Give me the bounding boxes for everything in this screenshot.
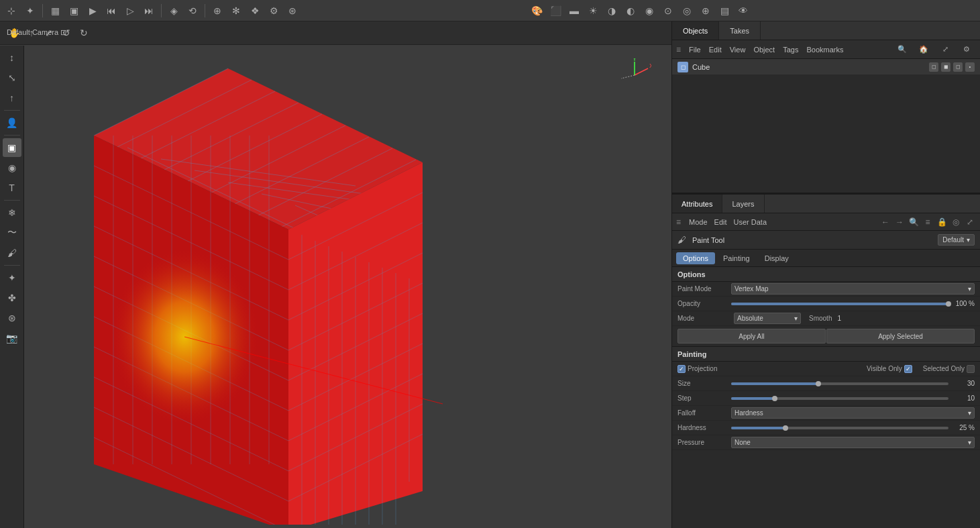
- projection-checkbox[interactable]: ✓: [677, 365, 686, 373]
- tool-sculpt-icon[interactable]: ✦: [3, 268, 21, 287]
- step-slider[interactable]: [731, 394, 948, 403]
- right-panel: Objects Takes ≡ File Edit View Object Ta…: [671, 21, 980, 528]
- apply-all-button[interactable]: Apply All: [677, 329, 826, 344]
- toolbar-record-icon[interactable]: ◈: [165, 2, 182, 19]
- opacity-thumb: [946, 301, 951, 307]
- selectedonly-checkbox[interactable]: [967, 365, 975, 373]
- subtab-display[interactable]: Display: [758, 252, 796, 264]
- menu-bookmarks[interactable]: Bookmarks: [806, 46, 843, 54]
- expand-icon[interactable]: ⤢: [936, 40, 955, 59]
- toolbar-settings-icon[interactable]: ⚙: [265, 2, 282, 19]
- hamburger-icon[interactable]: ≡: [676, 45, 681, 54]
- attr-link-icon[interactable]: ◎: [950, 216, 962, 228]
- attr-back-icon[interactable]: ←: [879, 216, 891, 228]
- attr-search-icon[interactable]: 🔍: [908, 216, 920, 228]
- hardness-thumb: [783, 425, 788, 431]
- tool-snowflake-icon[interactable]: ❄: [3, 203, 21, 222]
- toolbar-extra-icon[interactable]: ⊛: [284, 2, 301, 19]
- tool-scale-icon[interactable]: ⤡: [3, 68, 21, 87]
- toolbar-play-icon[interactable]: ▶: [84, 2, 101, 19]
- tool-text-icon[interactable]: T: [3, 178, 21, 197]
- toolbar-open-icon[interactable]: ▣: [65, 2, 83, 19]
- toolbar-star-icon[interactable]: ✦: [21, 2, 39, 19]
- opacity-slider[interactable]: [731, 299, 948, 309]
- toolbar-next-icon[interactable]: ▷: [121, 2, 139, 19]
- tab-objects[interactable]: Objects: [672, 21, 719, 40]
- tool-camera-icon[interactable]: 📷: [3, 329, 21, 348]
- cube-dot3[interactable]: ◻: [953, 62, 963, 72]
- falloff-dropdown[interactable]: Hardness ▾: [731, 407, 975, 419]
- search-icon[interactable]: 🔍: [893, 40, 912, 59]
- tool-paint-icon[interactable]: 🖌: [3, 244, 21, 262]
- toolbar-bg-icon[interactable]: ⬛: [547, 2, 564, 19]
- toolbar-add-icon[interactable]: ⊕: [697, 2, 714, 19]
- paint-mode-dropdown[interactable]: Vertex Map ▾: [731, 283, 975, 295]
- attr-hamburger-icon[interactable]: ≡: [676, 217, 681, 227]
- tool-stamp-icon[interactable]: ⊛: [3, 309, 21, 327]
- attr-menu-mode[interactable]: Mode: [689, 218, 708, 226]
- tab-attributes[interactable]: Attributes: [672, 195, 722, 213]
- tool-box-icon[interactable]: ▣: [3, 138, 21, 157]
- tab-layers[interactable]: Layers: [722, 195, 764, 213]
- toolbar-half1-icon[interactable]: ◑: [603, 2, 620, 19]
- tool-person-icon[interactable]: 👤: [3, 113, 21, 132]
- settings-icon[interactable]: ⚙: [957, 40, 976, 59]
- toolbar-grid-icon[interactable]: ▤: [716, 2, 733, 19]
- tool-sphere-icon[interactable]: ◉: [3, 158, 21, 177]
- toolbar-color-icon[interactable]: 🎨: [528, 2, 545, 19]
- toolbar-bar-icon[interactable]: ▬: [565, 2, 583, 19]
- toolbar-circle3-icon[interactable]: ◎: [678, 2, 696, 19]
- hardness-slider[interactable]: [731, 423, 948, 433]
- menu-file[interactable]: File: [689, 46, 701, 54]
- tool-move-icon[interactable]: ↕: [3, 48, 21, 67]
- attr-expand-icon[interactable]: ⤢: [964, 216, 976, 228]
- toolbar-half2-icon[interactable]: ◐: [622, 2, 639, 19]
- attr-lock-icon[interactable]: 🔒: [936, 216, 948, 228]
- paint-preset-label: Default: [942, 236, 964, 244]
- step-fill: [731, 397, 775, 400]
- cube-dot1[interactable]: ◻: [929, 62, 938, 72]
- subtab-options[interactable]: Options: [676, 252, 715, 264]
- attr-filter-icon[interactable]: ≡: [922, 216, 934, 228]
- apply-selected-button[interactable]: Apply Selected: [826, 329, 975, 344]
- toolbar-select-icon[interactable]: ⊹: [3, 2, 20, 19]
- cube-dot2[interactable]: ◼: [941, 62, 950, 72]
- viewport[interactable]: ✋ ↑ ⤢ ↺ ↻ Default Camera ⊡ X Y: [0, 21, 671, 528]
- toolbar-anim-icon[interactable]: ✻: [227, 2, 245, 19]
- menu-view[interactable]: View: [730, 46, 746, 54]
- mode-dropdown[interactable]: Absolute ▾: [734, 313, 801, 324]
- viewport-tool-sidebar: ↕ ⤡ ↑ 👤 ▣ ◉ T ❄ 〜 🖌 ✦ ✤ ⊛ 📷: [0, 46, 24, 528]
- toolbar-render-icon[interactable]: ❖: [246, 2, 264, 19]
- pressure-dropdown[interactable]: None ▾: [731, 437, 975, 448]
- paint-tool-preset[interactable]: Default ▾: [938, 234, 975, 246]
- menu-object[interactable]: Object: [753, 46, 775, 54]
- size-slider[interactable]: [731, 379, 948, 388]
- toolbar-new-icon[interactable]: ▦: [46, 2, 64, 19]
- cube-dot4[interactable]: •: [965, 62, 975, 72]
- visibleonly-checkbox[interactable]: ✓: [904, 365, 912, 373]
- size-value-label: 30: [951, 380, 975, 387]
- toolbar-prev-icon[interactable]: ⏮: [103, 2, 120, 19]
- toolbar-end-icon[interactable]: ⏭: [140, 2, 158, 19]
- toolbar-undo-icon[interactable]: ⟲: [184, 2, 201, 19]
- tool-rotate-icon[interactable]: ↑: [3, 89, 21, 107]
- attr-forward-icon[interactable]: →: [893, 216, 906, 228]
- attr-menu-edit[interactable]: Edit: [714, 218, 727, 226]
- home-icon[interactable]: 🏠: [914, 40, 933, 59]
- vp-redo-icon[interactable]: ↻: [75, 24, 93, 42]
- selectedonly-label: Selected Only: [923, 365, 965, 372]
- tool-spline-icon[interactable]: 〜: [3, 223, 21, 242]
- toolbar-circle1-icon[interactable]: ◉: [641, 2, 658, 19]
- menu-tags[interactable]: Tags: [783, 46, 798, 54]
- object-item-cube[interactable]: ◻ Cube ◻ ◼ ◻ •: [672, 59, 980, 75]
- subtab-painting[interactable]: Painting: [716, 252, 757, 264]
- tool-brush-icon[interactable]: ✤: [3, 288, 21, 307]
- toolbar-circle2-icon[interactable]: ⊙: [659, 2, 677, 19]
- toolbar-eye-icon[interactable]: 👁: [734, 2, 752, 19]
- toolbar-snap-icon[interactable]: ⊕: [209, 2, 226, 19]
- tab-takes[interactable]: Takes: [719, 21, 761, 40]
- menu-edit[interactable]: Edit: [709, 46, 722, 54]
- step-value: 10: [731, 394, 975, 403]
- attr-menu-userdata[interactable]: User Data: [734, 218, 767, 226]
- toolbar-sun-icon[interactable]: ☀: [584, 2, 602, 19]
